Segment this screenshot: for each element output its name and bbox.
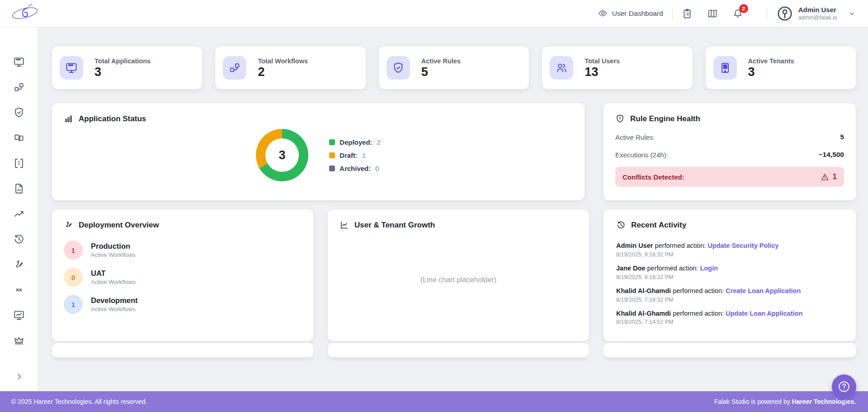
workflow-icon — [228, 62, 241, 74]
help-button[interactable] — [832, 374, 856, 399]
stat-value: 13 — [585, 66, 620, 78]
sidebar-item-monitoring[interactable] — [13, 309, 25, 321]
legend-item: Draft: 1 — [329, 152, 381, 159]
line-chart-icon — [340, 220, 349, 230]
person-circle-icon — [776, 5, 793, 22]
deploy-item-production: 1 Production Active Workflows — [64, 241, 302, 260]
user-tenant-growth-card: User & Tenant Growth (Line chart placeho… — [328, 209, 589, 341]
card-fragment — [604, 343, 856, 357]
sidebar-expand-button[interactable] — [0, 372, 38, 381]
legend-swatch — [329, 152, 335, 158]
user-email: admin@falak.io — [798, 14, 837, 21]
header-divider — [767, 8, 767, 19]
footer-copyright: © 2025 Hareer Technologies. All rights r… — [11, 398, 147, 405]
line-chart-placeholder: (Line chart placeholder) — [420, 276, 496, 284]
rule-row: Executions (24h): ~14,500 — [615, 151, 844, 159]
shield-check-icon — [392, 62, 405, 74]
map-button[interactable] — [707, 8, 718, 19]
tasks-button[interactable] — [682, 8, 693, 19]
deploy-item-development: 1 Development Active Workflows — [64, 295, 302, 314]
footer-powered-by: Falak Studio is powered by Hareer Techno… — [714, 398, 856, 405]
recent-activity-card: Recent Activity Admin User performed act… — [604, 209, 856, 341]
bar-chart-icon — [64, 114, 73, 123]
sidebar-item-journal[interactable] — [13, 157, 25, 169]
legend-swatch — [329, 166, 335, 171]
stat-value: 3 — [94, 66, 151, 78]
sidebar-item-rules[interactable] — [13, 107, 25, 118]
donut-total: 3 — [279, 148, 286, 162]
user-menu[interactable]: Admin User admin@falak.io — [776, 5, 856, 22]
card-title: Application Status — [79, 114, 146, 123]
stat-card-total-users: Total Users 13 — [542, 47, 692, 89]
map-icon — [707, 8, 718, 19]
falak-logo[interactable] — [11, 2, 39, 25]
card-fragment — [52, 343, 313, 357]
monitor-icon — [65, 62, 78, 74]
activity-item: Jane Doe performed action: Login 8/19/20… — [616, 264, 843, 280]
stat-card-active-rules: Active Rules 5 — [379, 47, 529, 89]
sidebar-item-signature[interactable] — [13, 259, 25, 270]
status-donut-chart: 3 — [256, 129, 308, 181]
shield-exclamation-icon — [615, 114, 625, 123]
sidebar-item-devices[interactable] — [13, 132, 25, 144]
stat-value: 3 — [748, 66, 794, 78]
donut-legend: Deployed: 2 Draft: 1 Archived: 0 — [329, 138, 381, 172]
activity-item: Khalid Al-Ghamdi performed action: Updat… — [616, 309, 843, 326]
sidebar-item-documents[interactable] — [13, 183, 25, 194]
activity-action-link[interactable]: Login — [700, 265, 717, 272]
deployment-overview-card: Deployment Overview 1 Production Active … — [52, 209, 313, 341]
page-footer: © 2025 Hareer Technologies. All rights r… — [0, 391, 868, 412]
chevron-down-icon — [848, 9, 856, 18]
sidebar-item-premium[interactable] — [13, 335, 25, 346]
next-row-card-fragments — [52, 343, 856, 357]
sidebar-item-history[interactable] — [13, 233, 25, 245]
application-status-card: Application Status 3 Deployed: 2 Draft: … — [52, 103, 585, 200]
card-title: Rule Engine Health — [630, 114, 700, 123]
stat-value: 2 — [258, 66, 308, 78]
legend-item: Deployed: 2 — [329, 138, 381, 146]
deploy-count-badge: 1 — [64, 295, 83, 314]
card-fragment — [328, 343, 589, 357]
stat-card-active-tenants: Active Tenants 3 — [706, 47, 856, 89]
sidebar-item-analytics[interactable] — [13, 208, 25, 220]
stat-label: Total Users — [585, 57, 620, 65]
sidebar — [0, 27, 38, 391]
question-circle-icon — [837, 380, 851, 393]
conflicts-banner: Conflicts Detected: 1 — [615, 167, 844, 187]
rule-row: Active Rules: 5 — [615, 133, 844, 141]
sidebar-item-workflows[interactable] — [13, 81, 25, 93]
activity-action-link[interactable]: Create Loan Application — [726, 287, 801, 294]
legend-swatch — [329, 139, 335, 145]
building-icon — [719, 62, 731, 74]
activity-action-link[interactable]: Update Security Policy — [708, 242, 778, 249]
card-title: Recent Activity — [631, 221, 686, 230]
legend-item: Archived: 0 — [329, 165, 381, 172]
sidebar-item-connections[interactable] — [13, 284, 25, 296]
stat-value: 5 — [421, 66, 461, 78]
clock-history-icon — [616, 220, 626, 230]
notifications-badge: 2 — [739, 4, 748, 13]
deploy-count-badge: 1 — [64, 241, 83, 260]
clipboard-icon — [682, 8, 693, 19]
notifications-button[interactable]: 2 — [732, 8, 743, 19]
chevron-right-icon — [14, 372, 24, 381]
user-dashboard-label: User Dashboard — [612, 9, 663, 18]
user-dashboard-link[interactable]: User Dashboard — [598, 9, 663, 18]
card-title: Deployment Overview — [79, 221, 159, 230]
activity-item: Admin User performed action: Update Secu… — [616, 242, 843, 258]
stat-card-total-applications: Total Applications 3 — [52, 47, 202, 89]
stat-label: Active Tenants — [748, 57, 794, 65]
stat-label: Total Applications — [94, 57, 151, 65]
activity-action-link[interactable]: Update Loan Application — [726, 310, 802, 317]
sidebar-item-applications[interactable] — [13, 56, 25, 68]
main-content: Total Applications 3 Total Workflows 2 A… — [38, 27, 868, 391]
rule-engine-health-card: Rule Engine Health Active Rules: 5 Execu… — [604, 103, 856, 200]
stat-label: Total Workflows — [258, 57, 308, 65]
stats-row: Total Applications 3 Total Workflows 2 A… — [52, 47, 856, 89]
deploy-count-badge: 0 — [64, 268, 83, 287]
app-header: User Dashboard 2 Admin User admin@falak.… — [0, 0, 868, 27]
users-icon — [555, 62, 568, 74]
deploy-item-uat: 0 UAT Active Workflows — [64, 268, 302, 287]
signature-icon — [64, 220, 73, 230]
stat-card-total-workflows: Total Workflows 2 — [215, 47, 365, 89]
